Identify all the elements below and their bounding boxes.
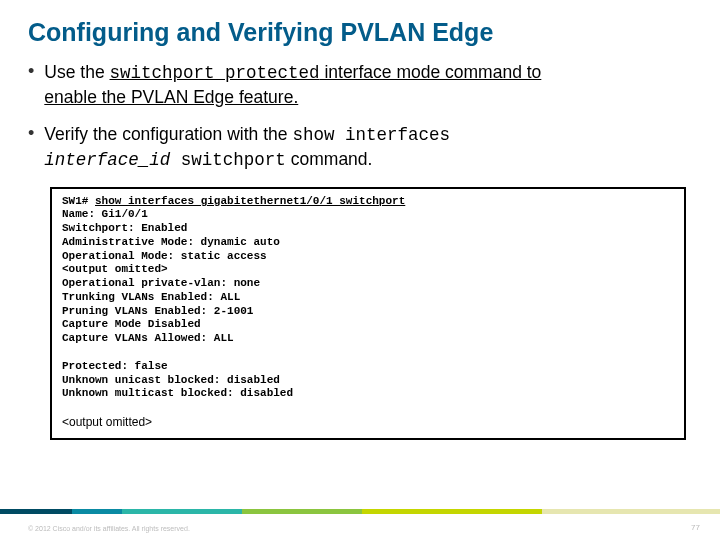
code-line: Unknown multicast blocked: disabled <box>62 387 674 401</box>
b2-cmd-rest: switchport <box>170 150 286 170</box>
code-line: Name: Gi1/0/1 <box>62 208 674 222</box>
slide-title: Configuring and Verifying PVLAN Edge <box>28 18 692 47</box>
code-line: <output omitted> <box>62 263 674 277</box>
code-line: Protected: false <box>62 360 674 374</box>
code-line: Trunking VLANs Enabled: ALL <box>62 291 674 305</box>
terminal-output: SW1# show interfaces gigabitethernet1/0/… <box>50 187 686 441</box>
bullet-list: • Use the switchport protected interface… <box>28 61 692 173</box>
b1-post2: enable the PVLAN Edge feature. <box>44 87 298 107</box>
code-line-omitted: <output omitted> <box>62 415 674 430</box>
code-line: Capture VLANs Allowed: ALL <box>62 332 674 346</box>
code-line: Administrative Mode: dynamic auto <box>62 236 674 250</box>
b2-cmd1: show interfaces <box>292 125 450 145</box>
bullet-item-2: • Verify the configuration with the show… <box>28 123 692 172</box>
code-line: Capture Mode Disabled <box>62 318 674 332</box>
b1-post1: interface mode command to <box>320 62 542 82</box>
code-line: SW1# show interfaces gigabitethernet1/0/… <box>62 195 674 209</box>
code-line: Switchport: Enabled <box>62 222 674 236</box>
code-line: Operational Mode: static access <box>62 250 674 264</box>
bullet-item-1: • Use the switchport protected interface… <box>28 61 692 109</box>
b2-pre: Verify the configuration with the <box>44 124 292 144</box>
code-line: Unknown unicast blocked: disabled <box>62 374 674 388</box>
b1-command: switchport protected <box>110 63 320 83</box>
bullet-2-text: Verify the configuration with the show i… <box>44 123 450 172</box>
blank-line <box>62 401 674 415</box>
bullet-dot-icon: • <box>28 61 34 109</box>
cli-prompt: SW1# <box>62 195 95 207</box>
code-line: Pruning VLANs Enabled: 2-1001 <box>62 305 674 319</box>
footer-color-bar <box>0 509 720 514</box>
bullet-1-text: Use the switchport protected interface m… <box>44 61 541 109</box>
code-line: Operational private-vlan: none <box>62 277 674 291</box>
bullet-dot-icon: • <box>28 123 34 172</box>
b1-pre: Use the <box>44 62 109 82</box>
page-number: 77 <box>691 523 700 532</box>
slide: Configuring and Verifying PVLAN Edge • U… <box>0 0 720 540</box>
blank-line <box>62 346 674 360</box>
copyright-text: © 2012 Cisco and/or its affiliates. All … <box>28 525 190 532</box>
b2-cmd-italic: interface_id <box>44 150 170 170</box>
cli-command: show interfaces gigabitethernet1/0/1 swi… <box>95 195 405 207</box>
b2-post: command. <box>286 149 373 169</box>
